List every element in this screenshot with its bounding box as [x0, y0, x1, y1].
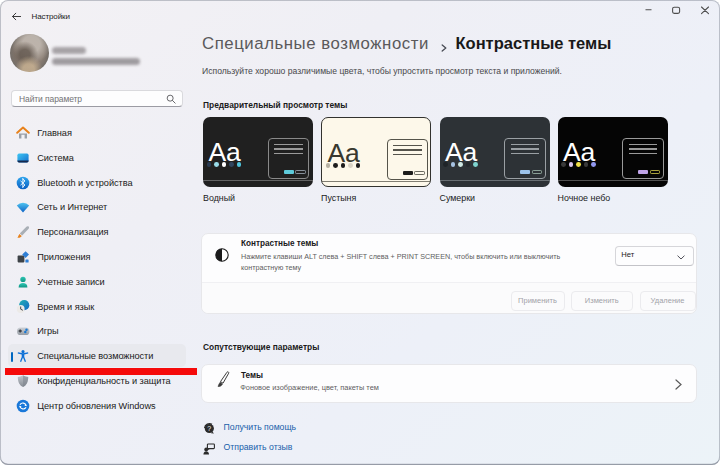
svg-text:?: ?: [207, 425, 211, 432]
